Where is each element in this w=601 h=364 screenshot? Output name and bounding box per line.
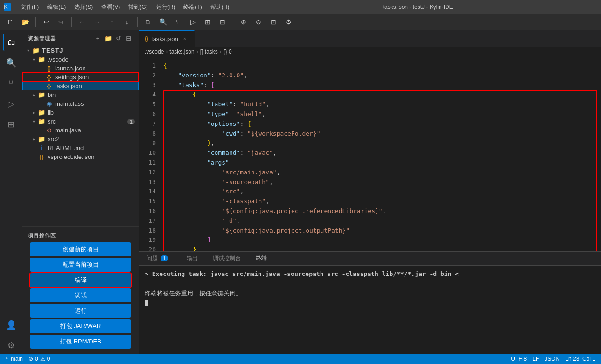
tree-item-launch-json[interactable]: ▶ {} launch.json bbox=[22, 64, 139, 73]
debug-btn[interactable]: 调试 bbox=[30, 288, 131, 302]
tree-item-main-java[interactable]: ▶ ⊘ main.java bbox=[22, 126, 139, 135]
toolbar-sep-2 bbox=[71, 17, 72, 27]
menu-select[interactable]: 选择(S) bbox=[70, 2, 97, 12]
new-folder-action[interactable]: 📁 bbox=[104, 34, 112, 42]
back-btn[interactable]: ← bbox=[76, 15, 89, 28]
package-rpm-btn[interactable]: 打包 RPM/DEB bbox=[30, 335, 131, 349]
tab-terminal[interactable]: 终端 bbox=[248, 251, 274, 265]
zoom-out-btn[interactable]: ⊖ bbox=[252, 15, 265, 28]
package-jar-btn[interactable]: 打包 JAR/WAR bbox=[30, 319, 131, 333]
menu-terminal[interactable]: 终端(T) bbox=[180, 2, 205, 12]
status-encoding[interactable]: UTF-8 bbox=[511, 356, 527, 362]
git-btn[interactable]: ⑂ bbox=[171, 15, 184, 28]
tree-item-tasks-json[interactable]: ▶ {} tasks.json bbox=[22, 82, 139, 90]
chevron-right-icon: ▸ bbox=[30, 137, 37, 142]
tree-item-main-class[interactable]: ▶ ◉ main.class bbox=[22, 99, 139, 108]
undo-btn[interactable]: ↩ bbox=[40, 15, 53, 28]
breadcrumb-file[interactable]: tasks.json bbox=[169, 48, 194, 55]
zoom-reset-btn[interactable]: ⊡ bbox=[267, 15, 280, 28]
info-icon: ℹ bbox=[37, 144, 46, 151]
terminal-cursor bbox=[145, 300, 148, 306]
sidebar-title: 资源管理器 bbox=[28, 35, 56, 42]
terminal-btn[interactable]: ⊞ bbox=[201, 15, 214, 28]
activity-git[interactable]: ⑂ bbox=[3, 75, 20, 92]
tree-label-launch-json: launch.json bbox=[55, 65, 139, 72]
up-btn[interactable]: ↑ bbox=[105, 15, 119, 28]
tab-problems[interactable]: 问题 1 bbox=[139, 251, 179, 265]
code-line-17: "-d", bbox=[163, 216, 601, 226]
tree-label-readme: README.md bbox=[48, 144, 139, 151]
activity-extensions[interactable]: ⊞ bbox=[3, 116, 20, 133]
tree-root-testj[interactable]: ▾ 📁 TESTJ bbox=[22, 46, 139, 55]
open-folder-btn[interactable]: 📂 bbox=[19, 15, 32, 28]
activity-explorer[interactable]: 🗂 bbox=[3, 34, 20, 51]
settings-btn[interactable]: ⚙ bbox=[282, 15, 295, 28]
build-btn[interactable]: 编译 bbox=[30, 273, 131, 287]
sidebar: 资源管理器 + 📁 ↺ ⊟ ▾ 📁 TESTJ ▾ 📁 .vscode bbox=[22, 30, 139, 354]
tree-item-lib[interactable]: ▸ 📁 lib bbox=[22, 108, 139, 117]
code-line-19: ] bbox=[163, 235, 601, 245]
editor-area: {} tasks.json × .vscode › tasks.json › [… bbox=[139, 30, 601, 354]
run-btn[interactable]: 运行 bbox=[30, 304, 131, 318]
tab-close-btn[interactable]: × bbox=[181, 35, 189, 42]
chevron-right-icon: ▸ bbox=[30, 92, 37, 97]
tree-item-src[interactable]: ▾ 📁 src 1 bbox=[22, 117, 139, 126]
tree-item-readme[interactable]: ▶ ℹ README.md bbox=[22, 144, 139, 152]
status-language[interactable]: JSON bbox=[545, 356, 559, 362]
tree-item-vscode[interactable]: ▾ 📁 .vscode bbox=[22, 55, 139, 64]
new-file-btn[interactable]: 🗋 bbox=[4, 15, 17, 28]
breadcrumb-sep-2: › bbox=[196, 48, 198, 55]
tree-item-settings-json[interactable]: ▶ {} settings.json bbox=[22, 73, 139, 82]
activity-settings[interactable]: ⚙ bbox=[3, 337, 20, 354]
menu-goto[interactable]: 转到(G) bbox=[125, 2, 151, 12]
tree-item-bin[interactable]: ▸ 📁 bin bbox=[22, 90, 139, 99]
code-line-12: "src/main.java", bbox=[163, 168, 601, 178]
redo-btn[interactable]: ↪ bbox=[55, 15, 68, 28]
error-badge: 1 bbox=[127, 119, 135, 124]
breadcrumb-item[interactable]: {} 0 bbox=[224, 48, 232, 55]
status-eol[interactable]: LF bbox=[532, 356, 539, 362]
tab-tasks-json[interactable]: {} tasks.json × bbox=[139, 30, 195, 47]
menu-view[interactable]: 查看(V) bbox=[98, 2, 124, 12]
collapse-action[interactable]: ⊟ bbox=[125, 34, 133, 42]
copy-btn[interactable]: ⧉ bbox=[141, 15, 154, 28]
menu-edit[interactable]: 编辑(E) bbox=[43, 2, 70, 12]
split-btn[interactable]: ⊟ bbox=[216, 15, 229, 28]
create-project-btn[interactable]: 创建新的项目 bbox=[30, 242, 131, 256]
tree-label-lib: lib bbox=[48, 109, 139, 116]
menu-run[interactable]: 运行(R) bbox=[153, 2, 179, 12]
code-line-5: "label": "build", bbox=[163, 100, 601, 110]
config-project-btn[interactable]: 配置当前项目 bbox=[30, 258, 131, 272]
tab-output[interactable]: 输出 bbox=[179, 251, 205, 265]
breadcrumb-tasks[interactable]: [] tasks bbox=[200, 48, 218, 55]
tab-debug-console[interactable]: 调试控制台 bbox=[205, 251, 248, 265]
status-errors[interactable]: ⊘ 0 ⚠ 0 bbox=[28, 356, 50, 362]
json-icon: {} bbox=[45, 74, 53, 81]
status-branch[interactable]: ⑂ main bbox=[6, 356, 23, 362]
zoom-in-btn[interactable]: ⊕ bbox=[237, 15, 250, 28]
activity-search[interactable]: 🔍 bbox=[3, 55, 20, 71]
output-label: 输出 bbox=[187, 254, 198, 262]
search-btn[interactable]: 🔍 bbox=[156, 15, 169, 28]
code-editor[interactable]: 12345 678910 1112131415 1617181920 21222… bbox=[139, 57, 601, 251]
menu-file[interactable]: 文件(F) bbox=[17, 2, 42, 12]
status-position[interactable]: Ln 23, Col 1 bbox=[565, 356, 595, 362]
forward-btn[interactable]: → bbox=[91, 15, 104, 28]
tree-item-vsproject[interactable]: ▶ {} vsproject.ide.json bbox=[22, 152, 139, 161]
new-file-action[interactable]: + bbox=[94, 34, 102, 42]
code-line-10: "command": "javac", bbox=[163, 148, 601, 158]
run-debug-btn[interactable]: ▷ bbox=[186, 15, 199, 28]
refresh-action[interactable]: ↺ bbox=[114, 34, 123, 42]
folder-icon: 📁 bbox=[37, 109, 46, 116]
tree-item-src2[interactable]: ▸ 📁 src2 bbox=[22, 135, 139, 144]
terminal-content[interactable]: > Executing task: javac src/main.java -s… bbox=[139, 266, 601, 354]
code-line-14: "src", bbox=[163, 187, 601, 197]
branch-name: main bbox=[11, 356, 23, 362]
activity-accounts[interactable]: 👤 bbox=[3, 316, 20, 333]
down-btn[interactable]: ↓ bbox=[120, 15, 133, 28]
breadcrumb-vscode[interactable]: .vscode bbox=[145, 48, 164, 55]
menu-help[interactable]: 帮助(H) bbox=[207, 2, 233, 12]
tree-label-vsproject: vsproject.ide.json bbox=[48, 153, 139, 160]
code-content[interactable]: { "version": "2.0.0", "tasks": [ { "labe… bbox=[161, 57, 601, 251]
activity-debug[interactable]: ▷ bbox=[3, 96, 20, 112]
